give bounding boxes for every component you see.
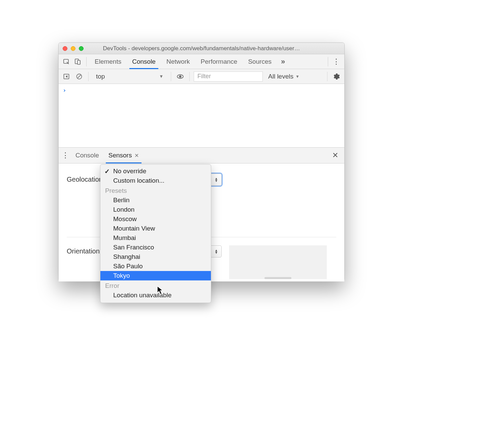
geo-option-san-francisco[interactable]: San Francisco: [100, 243, 211, 252]
zoom-window-button[interactable]: [79, 46, 84, 51]
inspect-element-icon[interactable]: [61, 57, 71, 67]
console-prompt-icon: ›: [63, 87, 66, 94]
tab-performance[interactable]: Performance: [196, 54, 242, 69]
geo-option-berlin[interactable]: Berlin: [100, 195, 211, 205]
divider: [86, 57, 87, 66]
tab-sources[interactable]: Sources: [243, 54, 276, 69]
drawer-tab-console[interactable]: Console: [71, 148, 104, 163]
geo-option-tokyo[interactable]: Tokyo: [100, 271, 211, 280]
tab-elements[interactable]: Elements: [90, 54, 126, 69]
drawer-tabs-row: ⋮ Console Sensors ✕ ✕: [59, 147, 344, 163]
filter-input[interactable]: [194, 71, 263, 82]
tabs-overflow-button[interactable]: »: [278, 54, 288, 69]
minimize-window-button[interactable]: [71, 46, 75, 51]
tab-network[interactable]: Network: [162, 54, 195, 69]
check-icon: ✓: [104, 168, 110, 175]
geo-option-location-unavailable[interactable]: Location unavailable: [100, 291, 211, 300]
more-options-icon[interactable]: ⋮: [332, 57, 342, 67]
option-label: No override: [113, 168, 146, 175]
drawer-more-icon[interactable]: ⋮: [61, 151, 71, 160]
geo-option-mountain-view[interactable]: Mountain View: [100, 224, 211, 233]
svg-point-7: [179, 75, 182, 78]
console-toolbar: top ▼ All levels ▼: [59, 69, 344, 84]
separator: [327, 72, 327, 81]
toggle-sidebar-icon[interactable]: [61, 71, 71, 82]
device-toolbar-icon[interactable]: [73, 57, 83, 67]
geo-option-london[interactable]: London: [100, 205, 211, 214]
close-window-button[interactable]: [63, 46, 67, 51]
console-settings-icon[interactable]: [332, 71, 342, 82]
geo-option-sao-paulo[interactable]: São Paulo: [100, 262, 211, 271]
geo-option-no-override[interactable]: ✓ No override: [100, 167, 211, 176]
live-expression-icon[interactable]: [175, 71, 185, 82]
separator: [189, 72, 190, 81]
tab-console[interactable]: Console: [127, 54, 160, 69]
geo-option-moscow[interactable]: Moscow: [100, 214, 211, 224]
log-levels-selector[interactable]: All levels ▼: [265, 73, 302, 80]
divider: [328, 57, 328, 66]
context-value: top: [96, 73, 105, 80]
orientation-preview: [229, 245, 327, 279]
drawer-close-button[interactable]: ✕: [328, 151, 342, 160]
window-title: DevTools - developers.google.com/web/fun…: [59, 45, 344, 52]
main-tabs-row: Elements Console Network Performance Sou…: [59, 54, 344, 69]
separator: [171, 72, 171, 81]
drawer-tab-sensors[interactable]: Sensors ✕: [104, 148, 144, 163]
console-body[interactable]: ›: [59, 84, 344, 147]
select-arrows-icon: ▲▼: [215, 177, 218, 182]
execution-context-selector[interactable]: top ▼: [93, 71, 167, 82]
geo-option-shanghai[interactable]: Shanghai: [100, 252, 211, 262]
geolocation-dropdown: ✓ No override Custom location... Presets…: [100, 164, 211, 303]
geo-option-mumbai[interactable]: Mumbai: [100, 233, 211, 243]
chevron-down-icon: ▼: [159, 74, 163, 79]
chevron-down-icon: ▼: [295, 74, 300, 79]
drawer-tab-sensors-label: Sensors: [108, 152, 132, 159]
svg-line-5: [77, 74, 81, 78]
select-arrows-icon: ▲▼: [215, 249, 218, 254]
geo-group-presets: Presets: [100, 185, 211, 195]
window-titlebar: DevTools - developers.google.com/web/fun…: [59, 43, 344, 54]
svg-rect-2: [77, 60, 80, 64]
close-icon[interactable]: ✕: [134, 152, 139, 159]
separator: [88, 72, 89, 81]
traffic-lights: [63, 46, 84, 51]
levels-label: All levels: [268, 73, 293, 80]
geo-group-error: Error: [100, 280, 211, 291]
clear-console-icon[interactable]: [74, 71, 84, 82]
geo-option-custom[interactable]: Custom location...: [100, 176, 211, 185]
